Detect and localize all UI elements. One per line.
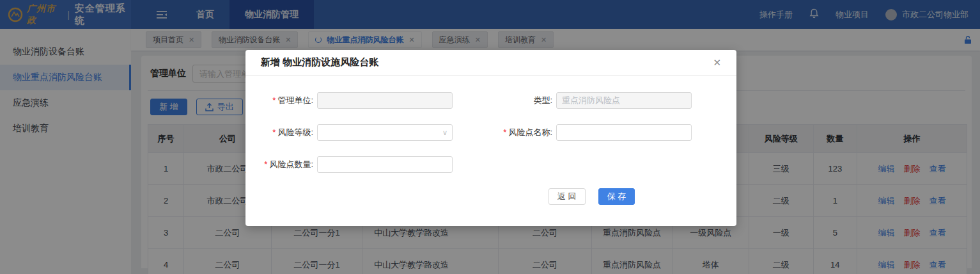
risk-level-select-value[interactable] [317, 124, 453, 141]
app-root: 广州市政 | 安全管理系统 首页 物业消防管理 操作手册 [0, 0, 980, 274]
management-unit-field[interactable] [317, 92, 453, 109]
required-mark: * [503, 127, 506, 137]
modal-close-icon[interactable]: ✕ [713, 57, 721, 68]
required-mark: * [272, 127, 276, 137]
required-mark: * [264, 159, 267, 169]
risk-level-select[interactable]: ∨ [317, 124, 453, 141]
management-unit-label: *管理单位: [247, 95, 313, 106]
risk-point-count-field[interactable] [317, 156, 453, 173]
risk-point-name-label: *风险点名称: [456, 127, 552, 138]
back-button[interactable]: 返 回 [548, 188, 586, 205]
modal-title: 新增 物业消防设施风险台账 [261, 56, 378, 68]
type-field[interactable] [556, 92, 692, 109]
save-button[interactable]: 保 存 [598, 188, 635, 205]
modal-header: 新增 物业消防设施风险台账 ✕ [245, 50, 736, 76]
risk-level-label: *风险等级: [247, 127, 313, 138]
add-risk-modal: 新增 物业消防设施风险台账 ✕ *管理单位: 类型: *风险等级: ∨ *风险点… [245, 50, 736, 226]
modal-form: *管理单位: 类型: *风险等级: ∨ *风险点名称: *风险点数量: [247, 92, 736, 173]
type-label: 类型: [456, 95, 552, 106]
risk-point-count-label: *风险点数量: [247, 159, 313, 170]
required-mark: * [272, 95, 276, 105]
risk-point-name-field[interactable] [556, 124, 692, 141]
modal-footer: 返 回 保 存 [548, 188, 736, 205]
